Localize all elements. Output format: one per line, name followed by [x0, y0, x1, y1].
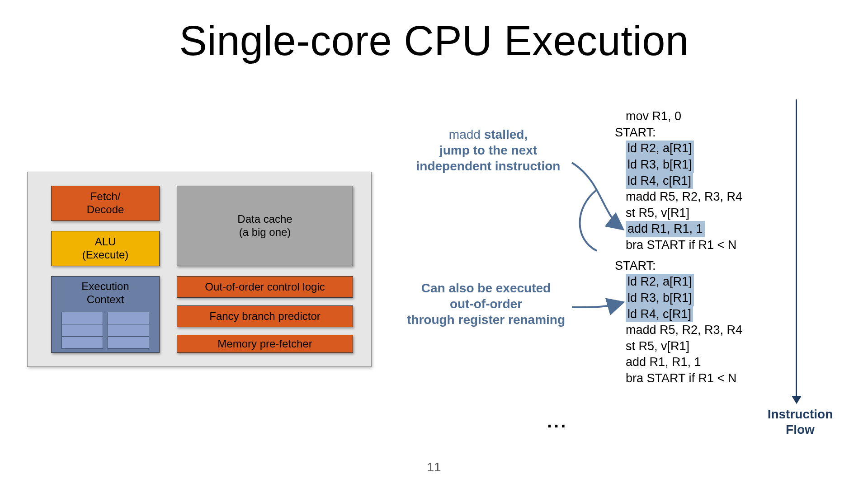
code-line: ld R2, a[R1] — [615, 141, 760, 157]
code-line: ld R2, a[R1] — [615, 274, 760, 290]
slide-title: Single-core CPU Execution — [0, 17, 868, 65]
code-line: bra START if R1 < N — [615, 371, 760, 387]
alu-block: ALU(Execute) — [51, 231, 160, 266]
code-line: ld R4, c[R1] — [615, 173, 760, 189]
code-line: st R5, v[R1] — [615, 205, 760, 221]
annotation-stalled-bold: stalled — [484, 127, 524, 141]
arrow-down-icon — [792, 396, 802, 404]
code-line: add R1, R1, 1 — [615, 221, 760, 237]
register-cell — [61, 337, 103, 349]
code-line: bra START if R1 < N — [615, 237, 760, 253]
code-line: ld R3, b[R1] — [615, 290, 760, 306]
register-cell — [61, 324, 103, 337]
register-cell — [61, 312, 103, 324]
annotation-stalled-pre: madd — [449, 127, 484, 141]
execution-context-label: ExecutionContext — [81, 280, 129, 306]
register-grid — [61, 312, 149, 349]
code-line: ld R4, c[R1] — [615, 306, 760, 323]
code-line: st R5, v[R1] — [615, 338, 760, 355]
fetch-decode-block: Fetch/Decode — [51, 186, 160, 221]
code-line: START: — [615, 125, 760, 141]
ooo-control-block: Out-of-order control logic — [177, 276, 353, 298]
code-listing: mov R1, 0 START: ld R2, a[R1] ld R3, b[R… — [615, 108, 760, 387]
code-line: add R1, R1, 1 — [615, 354, 760, 371]
instruction-flow-label: InstructionFlow — [760, 407, 841, 437]
register-cell — [108, 337, 149, 349]
data-cache-block: Data cache(a big one) — [177, 186, 353, 266]
instruction-flow-arrow — [796, 99, 797, 398]
code-line: mov R1, 0 — [615, 108, 760, 125]
annotation-ooo: Can also be executedout-of-orderthrough … — [402, 280, 570, 328]
ellipsis: ... — [547, 411, 567, 432]
register-cell — [108, 312, 149, 324]
execution-context-block: ExecutionContext — [51, 276, 160, 353]
prefetcher-block: Memory pre-fetcher — [177, 335, 353, 353]
page-number: 11 — [0, 460, 868, 474]
register-cell — [108, 324, 149, 337]
code-line: madd R5, R2, R3, R4 — [615, 322, 760, 338]
slide: Single-core CPU Execution Fetch/Decode A… — [0, 0, 868, 488]
annotation-stalled: madd stalled,jump to the nextindependent… — [407, 127, 570, 174]
branch-predictor-block: Fancy branch predictor — [177, 305, 353, 327]
code-line: madd R5, R2, R3, R4 — [615, 189, 760, 205]
cpu-diagram: Fetch/Decode ALU(Execute) ExecutionConte… — [27, 172, 372, 367]
code-line: ld R3, b[R1] — [615, 157, 760, 173]
code-line: START: — [615, 258, 760, 274]
